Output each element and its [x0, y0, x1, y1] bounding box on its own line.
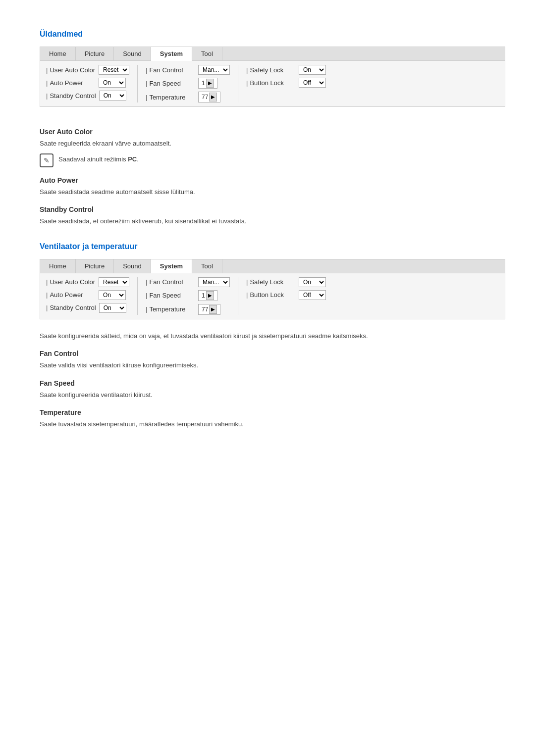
menu-tabs-1: Home Picture Sound System Tool — [40, 47, 505, 61]
section2-title: Ventilaator ja temperatuur — [40, 242, 505, 251]
label-user-auto-color-1: User Auto Color — [46, 66, 96, 74]
label-fan-speed-2: Fan Speed — [146, 292, 195, 299]
label-fan-control-1: Fan Control — [146, 66, 195, 74]
temperature-value-2: 77 ▶ — [198, 304, 220, 315]
label-button-lock-2: Button Lock — [246, 291, 296, 299]
menu-col1-1: User Auto Color Reset Auto Power On Off … — [46, 65, 138, 102]
label-temperature-2: Temperature — [146, 305, 195, 313]
row-user-auto-color-1: User Auto Color Reset — [46, 65, 129, 75]
fan-speed-num-2: 1 — [202, 292, 205, 299]
menu-body-2: User Auto Color Reset Auto Power On Off … — [40, 273, 505, 319]
select-auto-power-2[interactable]: On Off — [99, 290, 126, 300]
label-safety-lock-2: Safety Lock — [246, 278, 296, 286]
label-standby-control-1: Standby Control — [46, 92, 96, 100]
desc-standby-control-title: Standby Control — [40, 205, 505, 213]
tab-home-2[interactable]: Home — [40, 259, 76, 273]
section-uldandmed: Üldandmed Home Picture Sound System Tool… — [40, 30, 505, 226]
select-fan-control-2[interactable]: Man... Auto — [198, 277, 230, 287]
menu-col3-2: Safety Lock On Off Button Lock Off On — [246, 277, 334, 315]
row-fan-speed-2: Fan Speed 1 ▶ — [146, 290, 230, 301]
row-fan-speed-1: Fan Speed 1 ▶ — [146, 78, 230, 89]
temperature-arrow-1[interactable]: ▶ — [209, 93, 217, 101]
row-auto-power-1: Auto Power On Off — [46, 78, 129, 88]
label-fan-control-2: Fan Control — [146, 278, 195, 286]
select-auto-power-1[interactable]: On Off — [99, 78, 126, 88]
label-fan-speed-1: Fan Speed — [146, 80, 195, 87]
row-fan-control-2: Fan Control Man... Auto — [146, 277, 230, 287]
select-fan-control-1[interactable]: Man... Auto — [198, 65, 230, 75]
select-standby-control-1[interactable]: On Off — [99, 91, 126, 101]
menu-col2-1: Fan Control Man... Auto Fan Speed 1 ▶ Te… — [146, 65, 238, 102]
tab-system-1[interactable]: System — [151, 47, 192, 61]
menu-col2-2: Fan Control Man... Auto Fan Speed 1 ▶ Te… — [146, 277, 238, 315]
fan-speed-num-1: 1 — [202, 80, 205, 87]
menu-tabs-2: Home Picture Sound System Tool — [40, 259, 505, 273]
menu-table-1: Home Picture Sound System Tool User Auto… — [40, 47, 505, 107]
fan-speed-value-1: 1 ▶ — [198, 78, 217, 89]
label-auto-power-1: Auto Power — [46, 79, 96, 87]
menu-col3-1: Safety Lock On Off Button Lock Off On — [246, 65, 334, 102]
desc-fan-control-title: Fan Control — [40, 350, 505, 357]
temperature-arrow-2[interactable]: ▶ — [209, 305, 217, 314]
select-standby-control-2[interactable]: On Off — [99, 303, 126, 313]
label-button-lock-1: Button Lock — [246, 79, 296, 87]
note-pc-text: Saadaval ainult režiimis PC. — [58, 153, 139, 163]
desc-fan-control-text: Saate valida viisi ventilaatori kiiruse … — [40, 360, 505, 370]
row-button-lock-1: Button Lock Off On — [246, 78, 326, 88]
label-safety-lock-1: Safety Lock — [246, 66, 296, 74]
row-fan-control-1: Fan Control Man... Auto — [146, 65, 230, 75]
row-temperature-1: Temperature 77 ▶ — [146, 92, 230, 102]
tab-picture-2[interactable]: Picture — [76, 259, 114, 273]
note-icon: ✎ — [40, 153, 54, 167]
desc-standby-control-text: Saate seadistada, et ooterežiim aktiveer… — [40, 216, 505, 226]
label-user-auto-color-2: User Auto Color — [46, 278, 96, 286]
temperature-num-2: 77 — [202, 306, 208, 313]
row-standby-control-1: Standby Control On Off — [46, 91, 129, 101]
tab-picture-1[interactable]: Picture — [76, 47, 114, 60]
section1-title: Üldandmed — [40, 30, 505, 39]
desc-auto-power-text: Saate seadistada seadme automaatselt sis… — [40, 187, 505, 197]
section-ventilaator: Ventilaator ja temperatuur Home Picture … — [40, 242, 505, 429]
select-button-lock-1[interactable]: Off On — [299, 78, 326, 88]
select-user-auto-color-1[interactable]: Reset — [99, 65, 129, 75]
select-safety-lock-2[interactable]: On Off — [299, 277, 326, 287]
desc-auto-power-title: Auto Power — [40, 176, 505, 184]
select-button-lock-2[interactable]: Off On — [299, 290, 326, 300]
fan-speed-arrow-2[interactable]: ▶ — [206, 291, 214, 300]
label-temperature-1: Temperature — [146, 94, 195, 101]
select-safety-lock-1[interactable]: On Off — [299, 65, 326, 75]
tab-home-1[interactable]: Home — [40, 47, 76, 60]
row-auto-power-2: Auto Power On Off — [46, 290, 129, 300]
fan-speed-value-2: 1 ▶ — [198, 290, 217, 301]
desc-temperature-title: Temperature — [40, 408, 505, 416]
label-auto-power-2: Auto Power — [46, 291, 96, 299]
menu-col1-2: User Auto Color Reset Auto Power On Off … — [46, 277, 138, 315]
note-pc-block: ✎ Saadaval ainult režiimis PC. — [40, 153, 505, 167]
temperature-value-1: 77 ▶ — [198, 92, 220, 102]
menu-table-2: Home Picture Sound System Tool User Auto… — [40, 259, 505, 319]
row-safety-lock-1: Safety Lock On Off — [246, 65, 326, 75]
tab-system-2[interactable]: System — [151, 259, 192, 273]
desc-fan-speed-title: Fan Speed — [40, 379, 505, 387]
row-user-auto-color-2: User Auto Color Reset — [46, 277, 129, 287]
row-temperature-2: Temperature 77 ▶ — [146, 304, 230, 315]
desc-temperature-text: Saate tuvastada sisetemperatuuri, määrat… — [40, 419, 505, 429]
tab-sound-1[interactable]: Sound — [114, 47, 151, 60]
desc-user-auto-color-text: Saate reguleerida ekraani värve automaat… — [40, 139, 505, 149]
desc-fan-speed-text: Saate konfigureerida ventilaatori kiirus… — [40, 390, 505, 400]
row-safety-lock-2: Safety Lock On Off — [246, 277, 326, 287]
tab-sound-2[interactable]: Sound — [114, 259, 151, 273]
row-standby-control-2: Standby Control On Off — [46, 303, 129, 313]
section2-intro: Saate konfigureerida sätteid, mida on va… — [40, 331, 505, 341]
label-standby-control-2: Standby Control — [46, 304, 96, 311]
tab-tool-2[interactable]: Tool — [192, 259, 222, 273]
menu-body-1: User Auto Color Reset Auto Power On Off … — [40, 61, 505, 106]
desc-user-auto-color-title: User Auto Color — [40, 128, 505, 136]
tab-tool-1[interactable]: Tool — [192, 47, 222, 60]
select-user-auto-color-2[interactable]: Reset — [99, 277, 129, 287]
row-button-lock-2: Button Lock Off On — [246, 290, 326, 300]
fan-speed-arrow-1[interactable]: ▶ — [206, 79, 214, 88]
temperature-num-1: 77 — [202, 94, 208, 101]
